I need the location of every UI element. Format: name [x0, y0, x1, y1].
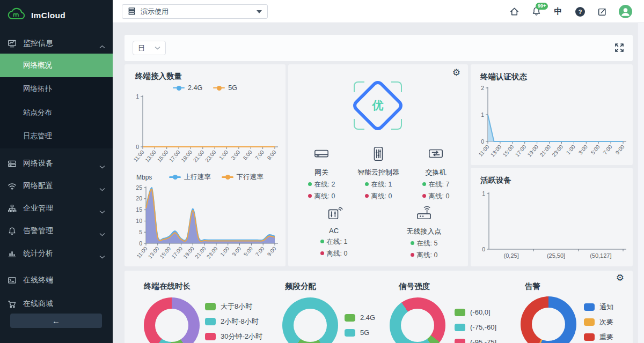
legend-item[interactable]: 2.4G: [173, 84, 202, 92]
quality-grade-label: 优: [351, 79, 405, 132]
sidebar-item-statistics[interactable]: 统计分析: [0, 242, 113, 265]
edit-icon[interactable]: [597, 6, 608, 17]
online-dot: [422, 182, 426, 186]
legend-item[interactable]: 大于8小时: [205, 301, 262, 311]
sidebar-item-monitor-info[interactable]: 监控信息: [0, 32, 113, 55]
user-avatar[interactable]: [619, 5, 632, 18]
fullscreen-icon[interactable]: [614, 43, 624, 53]
terminal-icon: [8, 276, 17, 285]
svg-text:0: 0: [139, 240, 142, 247]
cart-icon: [8, 300, 17, 309]
legend-item[interactable]: 通知: [584, 302, 613, 312]
legend-item[interactable]: (-75,-60]: [455, 322, 496, 332]
offline-dot: [320, 251, 324, 255]
offline-dot: [411, 253, 414, 257]
device-offline-status: 离线: 0: [406, 192, 465, 201]
device-offline-status: 离线: 0: [292, 192, 351, 201]
chevron-down-icon: [155, 46, 160, 50]
legend-item[interactable]: 5G: [345, 327, 375, 338]
chevron-down-icon: [99, 184, 105, 188]
chevron-down-icon: [99, 252, 105, 256]
legend-item[interactable]: 次要: [584, 317, 613, 327]
online-dot: [411, 241, 414, 245]
svg-text:5:00: 5:00: [242, 149, 253, 161]
sidebar-item-label: 网络配置: [23, 181, 99, 191]
svg-text:7:00: 7:00: [254, 245, 266, 257]
svg-text:21:00: 21:00: [539, 144, 552, 158]
device-name: 智能云控制器: [349, 168, 408, 177]
online-dot: [308, 182, 312, 186]
sidebar-item-site-distribution[interactable]: 站点分布: [0, 101, 113, 124]
legend-item[interactable]: 重要: [584, 332, 613, 342]
svg-text:25: 25: [136, 184, 142, 191]
chevron-up-icon: [99, 42, 105, 46]
legend-item[interactable]: (-60,0]: [455, 307, 496, 317]
alarm-donut: [521, 296, 576, 343]
svg-text:0: 0: [481, 138, 484, 145]
help-icon[interactable]: ?: [575, 6, 586, 17]
sidebar-item-label: 监控信息: [23, 39, 99, 48]
legend-item[interactable]: 2小时-8小时: [205, 316, 262, 326]
svg-text:15:00: 15:00: [502, 144, 515, 158]
org-list-icon: [128, 7, 136, 17]
svg-text:0: 0: [136, 144, 139, 150]
settings-gear-icon[interactable]: ⚙: [616, 273, 624, 282]
legend-item[interactable]: 5G: [213, 84, 237, 92]
sidebar-item-network-config[interactable]: 网络配置: [0, 175, 113, 197]
sidebar-item-enterprise-mgmt[interactable]: 企业管理: [0, 197, 113, 220]
sidebar-item-network-overview[interactable]: 网络概况: [0, 54, 113, 77]
legend-item[interactable]: 30分钟-2小时: [205, 331, 262, 341]
chevron-down-icon: [99, 162, 105, 166]
sidebar: ImCloud 监控信息 网络概况 网络拓扑 站点分布 日志管理: [0, 0, 113, 343]
device-name: 网关: [292, 168, 351, 177]
device-online-status: 在线: 7: [406, 180, 465, 189]
notifications-bell-icon[interactable]: 99+: [531, 6, 541, 17]
svg-text:21:00: 21:00: [192, 149, 206, 163]
terminal-access-card: 终端接入数量 2.4G5G 0111:0013:0015:0017:0019:0…: [125, 64, 286, 266]
svg-text:13:00: 13:00: [147, 245, 160, 260]
org-selector-dropdown[interactable]: 演示使用: [122, 4, 268, 19]
offline-dot: [308, 194, 312, 198]
svg-text:19:00: 19:00: [526, 144, 540, 158]
language-toggle[interactable]: 中: [553, 6, 564, 17]
svg-text:(50,127]: (50,127]: [590, 252, 611, 259]
cloud-logo-icon: [5, 6, 28, 25]
help-question-mark: ?: [575, 7, 585, 17]
card-title: 信号强度: [399, 281, 430, 292]
svg-text:5:00: 5:00: [243, 245, 254, 257]
home-icon[interactable]: [509, 6, 519, 17]
svg-text:11:00: 11:00: [132, 149, 145, 163]
legend-item[interactable]: 2.4G: [345, 312, 375, 323]
svg-text:(25,50]: (25,50]: [547, 252, 565, 259]
sidebar-item-alarm-mgmt[interactable]: 告警管理: [0, 220, 113, 242]
main-scrollbar[interactable]: [637, 23, 644, 343]
svg-text:15: 15: [136, 206, 142, 213]
sidebar-item-online-store[interactable]: 在线商城: [0, 293, 113, 315]
chart-legend: (-60,0](-75,-60](-95,-75]: [455, 307, 496, 343]
chart-legend: 2.4G5G: [125, 84, 286, 92]
sidebar-item-network-devices[interactable]: 网络设备: [0, 152, 113, 175]
sidebar-item-network-topology[interactable]: 网络拓扑: [0, 77, 113, 101]
online-duration-donut: [144, 297, 200, 343]
online-dot: [320, 240, 324, 243]
sidebar-item-log-management[interactable]: 日志管理: [0, 124, 113, 148]
legend-item[interactable]: 下行速率: [222, 173, 264, 182]
active-devices-card: 活跃设备 01(0,25](25,50](50,127]: [471, 168, 633, 266]
legend-item[interactable]: (-95,-75]: [455, 337, 496, 343]
svg-text:11:00: 11:00: [135, 245, 148, 259]
switch-icon: [427, 154, 445, 163]
device-online-status: 在线: 1: [349, 180, 408, 189]
svg-text:13:00: 13:00: [144, 149, 157, 163]
sidebar-collapse-button[interactable]: ←: [10, 314, 102, 328]
sidebar-item-label: 在线商城: [23, 299, 105, 309]
card-title: 终端认证状态: [480, 72, 527, 82]
legend-item[interactable]: 上行速率: [169, 173, 211, 182]
chevron-down-icon: [99, 229, 105, 233]
svg-text:3:00: 3:00: [230, 149, 241, 161]
chart-legend: 通知次要重要: [584, 302, 613, 343]
sidebar-item-online-terminals[interactable]: 在线终端: [0, 269, 113, 292]
sidebar-item-label: 在线终端: [23, 275, 105, 285]
settings-gear-icon[interactable]: ⚙: [452, 68, 460, 77]
svg-text:15:00: 15:00: [156, 149, 170, 163]
period-selector-dropdown[interactable]: 日: [133, 41, 166, 55]
